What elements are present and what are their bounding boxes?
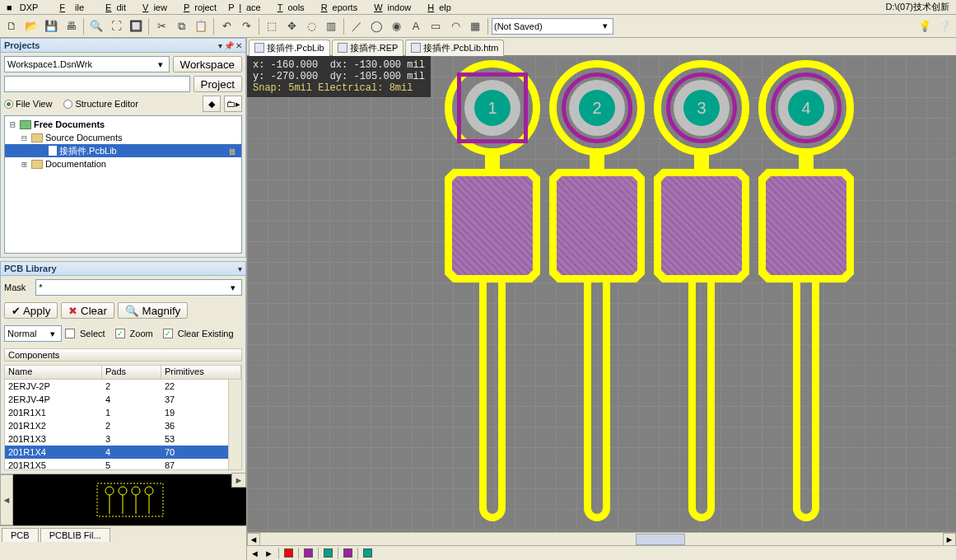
menu-tools[interactable]: Tools (268, 2, 310, 13)
tree-documentation[interactable]: ⊞Documentation (5, 157, 241, 170)
table-scrollbar[interactable] (228, 380, 241, 469)
table-row[interactable]: 201R1X3353 (5, 432, 241, 446)
zoom-selected-icon[interactable]: 🔲 (127, 17, 145, 35)
open-icon[interactable]: 📂 (22, 17, 40, 35)
preview-next-icon[interactable]: ► (231, 473, 246, 488)
editor-hscrollbar[interactable]: ◄ ► (247, 532, 956, 545)
pcblib-panel-header[interactable]: PCB Library ▾ (0, 261, 246, 276)
layer-bottompaste[interactable] (343, 548, 352, 558)
cut-icon[interactable]: ✂ (152, 17, 170, 35)
mode-combo[interactable]: Normal▾ (4, 325, 62, 342)
structure-radio[interactable]: Structure Editor (63, 99, 138, 109)
col-name[interactable]: Name (5, 366, 102, 379)
menu-view[interactable]: View (133, 2, 172, 13)
tab-htm-doc[interactable]: 接插件.PcbLib.htm (405, 40, 504, 56)
scroll-right-icon[interactable]: ► (943, 533, 956, 546)
dropdown-arrow-icon: ▾ (227, 282, 239, 293)
scroll-thumb[interactable] (636, 534, 685, 545)
tree-item-pcblib[interactable]: 接插件.PcbLib🗎 (5, 144, 241, 157)
place-pad-icon[interactable]: ◯ (367, 17, 385, 35)
tree-root[interactable]: ⊟Free Documents (5, 118, 241, 131)
components-table[interactable]: Name Pads Primitives 2ERJV-2P2222ERJV-4P… (4, 365, 242, 470)
component-preview: ◄ ► (0, 474, 246, 525)
project-options-icon[interactable]: ◆ (203, 96, 221, 112)
menu-help[interactable]: Help (417, 2, 456, 13)
menu-project[interactable]: Project (174, 2, 222, 13)
magnify-button[interactable]: 🔍 Magnify (118, 302, 188, 319)
help-bulb-icon[interactable]: 💡 (916, 17, 934, 35)
table-row[interactable]: 201R1X5587 (5, 459, 241, 470)
help-question-icon[interactable]: ❔ (935, 17, 954, 35)
tab-pcb[interactable]: PCB (2, 528, 39, 542)
redo-icon[interactable]: ↷ (237, 17, 255, 35)
panel-menu-icon[interactable]: ▾ (238, 264, 242, 273)
panel-close-icon[interactable]: ✕ (236, 41, 242, 50)
table-row[interactable]: 201R1X2236 (5, 419, 241, 432)
menu-dxp[interactable]: ■ DXP (2, 2, 48, 13)
layer-topsolder[interactable] (363, 548, 372, 558)
menu-edit[interactable]: Edit (96, 2, 131, 13)
place-arc-icon[interactable]: ◠ (446, 17, 464, 35)
move-icon[interactable]: ✥ (282, 17, 301, 35)
menu-file[interactable]: File (49, 2, 94, 13)
project-button[interactable]: Project (194, 76, 242, 92)
new-icon[interactable]: 🗋 (2, 17, 21, 35)
apply-button[interactable]: ✔ Apply (4, 302, 58, 319)
fileview-radio[interactable]: File View (4, 99, 52, 109)
save-icon[interactable]: 💾 (42, 17, 60, 35)
project-tree[interactable]: ⊟Free Documents ⊟Source Documents 接插件.Pc… (4, 115, 242, 254)
layer-scroll-left-icon[interactable]: ◄ (250, 548, 259, 558)
project-input[interactable] (4, 76, 190, 92)
dropdown-arrow-icon: ▾ (599, 21, 611, 31)
table-row[interactable]: 201R1X4470 (5, 446, 241, 459)
panel-menu-icon[interactable]: ▾ (218, 41, 222, 50)
col-pads[interactable]: Pads (102, 366, 161, 379)
layer-scroll-right-icon[interactable]: ► (264, 548, 273, 558)
components-header: Components (4, 348, 242, 362)
workspace-combo[interactable]: Workspace1.DsnWrk ▾ (4, 56, 170, 72)
project-refresh-icon[interactable]: 🗀▸ (224, 96, 242, 112)
grid-combo[interactable]: (Not Saved) ▾ (492, 18, 613, 35)
deselect-icon[interactable]: ◌ (302, 17, 320, 35)
layer-toplayer[interactable] (284, 548, 293, 558)
tab-rep-doc[interactable]: 接插件.REP (332, 40, 404, 56)
layer-mech1[interactable] (304, 548, 313, 558)
table-row[interactable]: 2ERJV-4P437 (5, 393, 241, 406)
place-string-icon[interactable]: A (407, 17, 425, 35)
mask-combo[interactable]: * ▾ (35, 279, 242, 296)
paste-icon[interactable]: 📋 (192, 17, 210, 35)
place-line-icon[interactable]: ／ (347, 17, 366, 35)
undo-icon[interactable]: ↶ (217, 17, 236, 35)
menu-place[interactable]: Place (223, 2, 266, 13)
place-array-icon[interactable]: ▦ (466, 17, 484, 35)
zoom-fit-icon[interactable]: ⛶ (107, 17, 125, 35)
align-icon[interactable]: ▥ (322, 17, 340, 35)
col-primitives[interactable]: Primitives (161, 366, 241, 379)
svg-point-4 (145, 487, 153, 495)
panel-pin-icon[interactable]: 📌 (224, 41, 234, 50)
tab-pcblib-doc[interactable]: 接插件.PcbLib (249, 40, 330, 56)
preview-prev-icon[interactable]: ◄ (0, 474, 13, 525)
place-rect-icon[interactable]: ▭ (427, 17, 445, 35)
zoom-checkbox[interactable]: ✓ (115, 329, 125, 338)
select-checkbox[interactable] (65, 329, 75, 338)
clearexisting-checkbox[interactable]: ✓ (163, 329, 173, 338)
tab-pcblib-filter[interactable]: PCBLIB Fil... (40, 528, 110, 542)
tree-source-docs[interactable]: ⊟Source Documents (5, 131, 241, 144)
clear-button[interactable]: ✖ Clear (61, 302, 114, 319)
pcb-canvas[interactable]: x: -160.000 dx: -130.000 mil y: -270.000… (247, 56, 956, 532)
table-row[interactable]: 201R1X1119 (5, 406, 241, 419)
copy-icon[interactable]: ⧉ (172, 17, 190, 35)
menu-reports[interactable]: Reports (311, 2, 363, 13)
menu-window[interactable]: Window (364, 2, 416, 13)
scroll-left-icon[interactable]: ◄ (247, 533, 260, 546)
table-row[interactable]: 2ERJV-2P222 (5, 380, 241, 393)
zoom-region-icon[interactable]: 🔍 (87, 17, 105, 35)
place-via-icon[interactable]: ◉ (387, 17, 405, 35)
title-path: D:\(07)技术创新 (880, 0, 954, 14)
workspace-button[interactable]: Workspace (173, 56, 242, 72)
projects-panel-header[interactable]: Projects ▾ 📌 ✕ (0, 38, 246, 53)
print-icon[interactable]: 🖶 (62, 17, 80, 35)
layer-topoverlay[interactable] (324, 548, 333, 558)
select-icon[interactable]: ⬚ (263, 17, 281, 35)
